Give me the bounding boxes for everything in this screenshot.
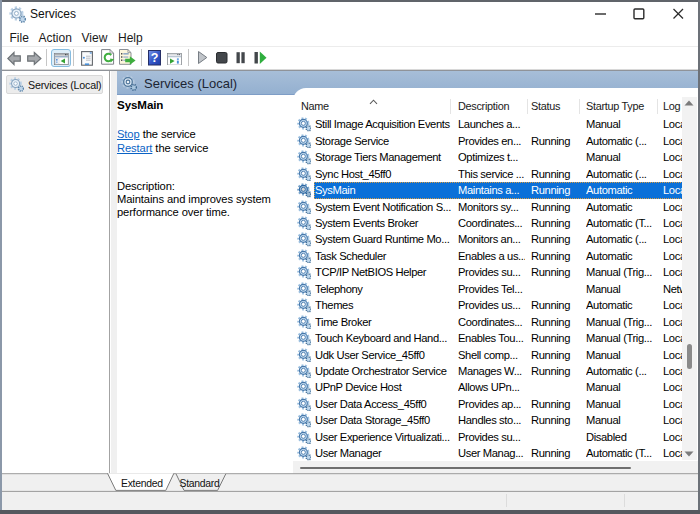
svg-text:?: ? — [150, 51, 158, 65]
